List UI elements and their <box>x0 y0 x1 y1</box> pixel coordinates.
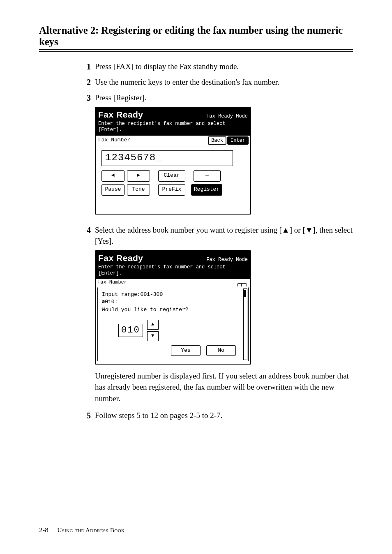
lcd1-tone-button[interactable]: Tone <box>127 184 150 196</box>
section-rule <box>39 49 353 52</box>
lcd2-up-button[interactable]: ▲ <box>147 320 159 330</box>
lcd2-value-box: 010 <box>118 324 143 337</box>
step-text-4: Select the address book number you want … <box>95 224 353 247</box>
lcd2-mode-label: Fax Ready Mode <box>206 257 248 263</box>
chapter-title: Using the Address Book <box>57 527 125 533</box>
lcd-screenshot-2: Fax Ready Fax Ready Mode Enter the recip… <box>95 250 251 365</box>
lcd1-prompt: Enter the recipient's fax number and sel… <box>98 121 248 133</box>
lcd2-bar-fragment: Fax Number <box>97 279 127 286</box>
lcd2-down-button[interactable]: ▼ <box>147 331 159 341</box>
lcd2-prompt: Enter the recipient's fax number and sel… <box>98 264 248 277</box>
lcd1-ready-label: Fax Ready <box>98 109 143 120</box>
lcd2-no-button[interactable]: No <box>206 345 236 356</box>
step-number-2: 2 <box>39 76 95 88</box>
step-number-1: 1 <box>39 61 95 72</box>
lcd-screenshot-1: Fax Ready Fax Ready Mode Enter the recip… <box>95 107 251 215</box>
step-text-1: Press [FAX] to display the Fax standby m… <box>95 61 353 72</box>
lcd1-mode-label: Fax Ready Mode <box>206 113 248 120</box>
lcd2-question: Would you like to register? <box>102 306 244 314</box>
step-number-3: 3 <box>39 92 95 104</box>
lcd2-yes-button[interactable]: Yes <box>171 345 201 356</box>
lcd1-back-button[interactable]: Back <box>208 136 226 145</box>
section-title: Alternative 2: Registering or editing th… <box>39 25 353 48</box>
lcd1-bar-label: Fax Number <box>98 136 130 144</box>
step-number-5: 5 <box>39 410 95 421</box>
lcd2-slot-number: 010: <box>105 299 118 305</box>
lcd1-fax-number-input[interactable]: 12345678_ <box>101 150 233 166</box>
lcd1-right-button[interactable]: ► <box>127 170 150 182</box>
page-number: 2-8 <box>39 526 48 534</box>
lcd2-dialog: Input range:001-300 ☎010: Would you like… <box>97 287 249 361</box>
step-4-note: Unregistered number is displayed first. … <box>95 370 353 404</box>
lcd1-prefix-button[interactable]: PreFix <box>158 184 185 196</box>
lcd2-input-range: Input range:001-300 <box>102 291 244 299</box>
lcd2-ready-label: Fax Ready <box>98 253 143 263</box>
step-text-2: Use the numeric keys to enter the destin… <box>95 76 353 88</box>
lcd1-register-button[interactable]: Register <box>191 184 222 196</box>
step-text-3: Press [Register]. <box>95 92 353 104</box>
lcd1-left-button[interactable]: ◄ <box>101 170 125 182</box>
lcd1-clear-button[interactable]: Clear <box>158 170 185 182</box>
lcd1-pause-button[interactable]: Pause <box>101 184 125 196</box>
lcd1-enter-button[interactable]: Enter <box>227 136 249 145</box>
step-text-5: Follow steps 5 to 12 on pages 2-5 to 2-7… <box>95 410 353 421</box>
lcd1-dash-button[interactable]: — <box>194 170 221 182</box>
step-number-4: 4 <box>39 224 95 236</box>
lcd2-scrollbar[interactable] <box>243 289 247 360</box>
page-footer: 2-8 Using the Address Book <box>39 520 353 534</box>
